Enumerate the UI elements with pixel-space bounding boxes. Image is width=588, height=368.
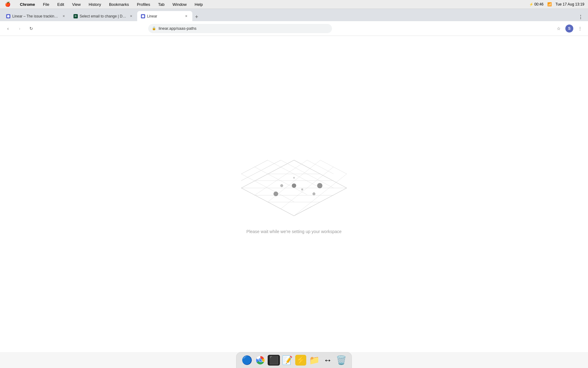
- refresh-button[interactable]: ↻: [27, 24, 36, 33]
- dock-chrome[interactable]: [255, 355, 266, 366]
- menu-bar: 🍎 Chrome File Edit View History Bookmark…: [0, 0, 588, 9]
- dock-topnotch[interactable]: ⚡: [295, 355, 306, 366]
- tab1-close[interactable]: ✕: [61, 14, 66, 19]
- battery-time: 00:46: [534, 2, 544, 6]
- tab1-title: Linear – The issue tracking too: [12, 14, 59, 18]
- menu-help[interactable]: Help: [194, 2, 204, 7]
- svg-line-8: [241, 160, 294, 188]
- menu-bar-right: ⚡ 00:46 📶 Tue 17 Aug 13:19: [529, 2, 584, 6]
- tab2-title: Select email to change | Djang: [80, 14, 127, 18]
- address-text: linear.app/saas-paths: [159, 26, 197, 31]
- address-input[interactable]: 🔒 linear.app/saas-paths: [148, 24, 332, 33]
- address-bar: ‹ › ↻ 🔒 linear.app/saas-paths ☆ S ⋮: [0, 21, 588, 36]
- svg-line-19: [241, 174, 294, 202]
- tab2-close[interactable]: ✕: [129, 14, 134, 19]
- menu-chrome[interactable]: Chrome: [19, 2, 36, 7]
- tab2-favicon: D: [74, 14, 78, 18]
- loading-container: Please wait while we're setting up your …: [236, 154, 352, 234]
- new-tab-button[interactable]: +: [192, 13, 201, 21]
- loading-text: Please wait while we're setting up your …: [247, 229, 342, 234]
- svg-line-11: [281, 167, 334, 209]
- tab-bar-menu[interactable]: ⋮: [576, 14, 586, 20]
- tab3-title: Linear: [147, 14, 182, 18]
- dock: 🔵 ⬛ 📝 ⚡ 📁 ↔️ 🗑️: [236, 352, 352, 368]
- svg-line-12: [294, 174, 347, 216]
- svg-line-20: [307, 160, 334, 174]
- svg-point-27: [273, 191, 278, 196]
- tab-django-email[interactable]: D Select email to change | Djang ✕: [70, 11, 137, 21]
- svg-point-22: [293, 177, 295, 178]
- back-button[interactable]: ‹: [4, 24, 12, 33]
- menu-view[interactable]: View: [71, 2, 82, 7]
- dock-trash[interactable]: 🗑️: [336, 355, 347, 366]
- svg-point-24: [292, 183, 296, 188]
- menu-profiles[interactable]: Profiles: [136, 2, 151, 7]
- svg-point-25: [301, 188, 303, 190]
- apple-menu[interactable]: 🍎: [4, 1, 12, 8]
- dock-finder[interactable]: 🔵: [241, 355, 252, 366]
- address-bar-actions: ☆ S ⋮: [554, 24, 584, 33]
- battery-indicator: ⚡ 00:46: [529, 2, 544, 6]
- menu-tab[interactable]: Tab: [157, 2, 166, 7]
- svg-point-26: [317, 183, 322, 188]
- profile-avatar[interactable]: S: [565, 25, 573, 33]
- more-options-button[interactable]: ⋮: [576, 24, 584, 33]
- dock-files[interactable]: 📁: [309, 355, 320, 366]
- iso-grid: [236, 154, 352, 222]
- menu-file[interactable]: File: [42, 2, 51, 7]
- menu-edit[interactable]: Edit: [56, 2, 65, 7]
- bookmark-button[interactable]: ☆: [554, 24, 563, 33]
- svg-line-16: [281, 160, 334, 188]
- lock-icon: 🔒: [152, 26, 156, 30]
- svg-point-28: [312, 192, 315, 195]
- menu-history[interactable]: History: [87, 2, 102, 7]
- page-content: Please wait while we're setting up your …: [0, 36, 588, 352]
- menu-window[interactable]: Window: [171, 2, 188, 7]
- menu-bookmarks[interactable]: Bookmarks: [108, 2, 130, 7]
- wifi-icon: 📶: [547, 2, 552, 6]
- dock-terminal[interactable]: ⬛: [268, 355, 279, 366]
- clock: Tue 17 Aug 13:19: [556, 2, 584, 6]
- tab3-close[interactable]: ✕: [184, 14, 189, 19]
- tab-linear-active[interactable]: Linear ✕: [137, 11, 192, 21]
- svg-line-9: [254, 160, 307, 195]
- svg-point-32: [259, 359, 262, 362]
- tab-linear-issue-tracking[interactable]: Linear – The issue tracking too ✕: [2, 11, 70, 21]
- tab-bar-right: ⋮: [576, 14, 586, 21]
- forward-button[interactable]: ›: [15, 24, 24, 33]
- dock-notes[interactable]: 📝: [282, 355, 293, 366]
- tab-bar: Linear – The issue tracking too ✕ D Sele…: [0, 9, 588, 21]
- svg-line-18: [254, 167, 307, 195]
- dock-transfer[interactable]: ↔️: [322, 355, 333, 366]
- tab3-favicon: [141, 14, 145, 18]
- tab1-favicon: [6, 14, 10, 18]
- svg-line-21: [320, 160, 347, 174]
- svg-point-23: [280, 184, 283, 187]
